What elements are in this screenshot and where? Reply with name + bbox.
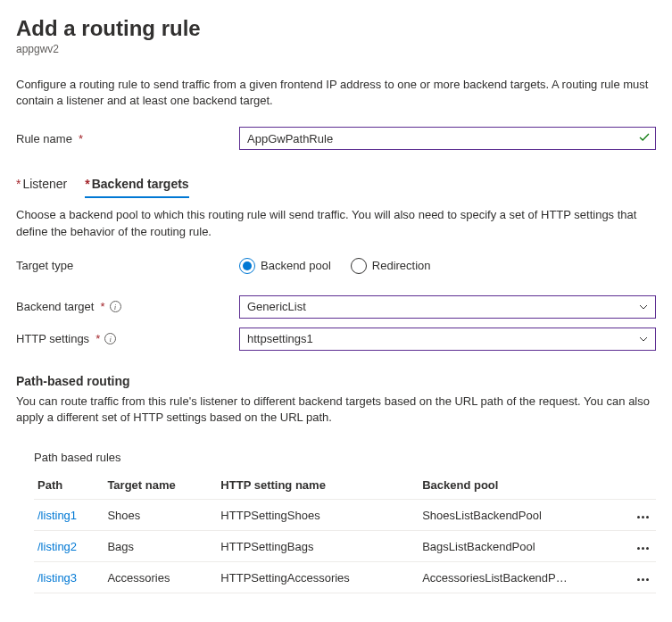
backend-target-label: Backend target [16, 300, 94, 313]
required-asterisk: * [16, 177, 21, 191]
radio-label: Backend pool [261, 259, 331, 272]
select-value: httpsettings1 [247, 332, 313, 345]
required-asterisk: * [95, 332, 100, 345]
cell-http-setting: HTTPSettingBags [217, 531, 419, 562]
tab-backend-targets[interactable]: *Backend targets [85, 171, 188, 198]
cell-backend-pool: BagsListBackendPool [419, 531, 620, 562]
radio-label: Redirection [372, 259, 431, 272]
rule-name-label: Rule name [16, 132, 72, 145]
col-http-setting-name[interactable]: HTTP setting name [217, 471, 419, 500]
info-icon[interactable]: i [104, 333, 116, 344]
col-actions [620, 471, 656, 500]
target-type-radio-group: Backend pool Redirection [239, 258, 656, 274]
radio-circle-icon [239, 258, 255, 274]
required-asterisk: * [79, 132, 83, 145]
cell-target-name: Bags [104, 531, 217, 562]
more-actions-button[interactable] [634, 543, 652, 553]
cell-backend-pool: AccessoriesListBackendP… [419, 562, 620, 593]
table-row: /listing2 Bags HTTPSettingBags BagsListB… [34, 531, 656, 562]
radio-circle-icon [351, 258, 367, 274]
select-value: GenericList [247, 300, 306, 313]
table-row: /listing3 Accessories HTTPSettingAccesso… [34, 562, 656, 593]
http-settings-label: HTTP settings [16, 332, 89, 345]
backend-description: Choose a backend pool to which this rout… [16, 207, 656, 239]
required-asterisk: * [85, 177, 89, 191]
http-settings-select[interactable]: httpsettings1 [239, 328, 656, 351]
tab-label: Backend targets [92, 177, 189, 191]
radio-redirection[interactable]: Redirection [351, 258, 431, 274]
tab-label: Listener [22, 177, 67, 191]
path-routing-description: You can route traffic from this rule's l… [16, 394, 656, 426]
path-rules-table: Path Target name HTTP setting name Backe… [34, 471, 656, 593]
more-actions-button[interactable] [634, 575, 652, 585]
path-link[interactable]: /listing1 [37, 509, 77, 522]
chevron-down-icon [639, 335, 648, 344]
path-rules-title: Path based rules [34, 451, 656, 464]
col-target-name[interactable]: Target name [104, 471, 217, 500]
cell-target-name: Shoes [104, 500, 217, 531]
backend-target-select[interactable]: GenericList [239, 295, 656, 319]
table-row: /listing1 Shoes HTTPSettingShoes ShoesLi… [34, 500, 656, 531]
path-routing-heading: Path-based routing [16, 374, 656, 388]
more-actions-button[interactable] [634, 512, 652, 522]
chevron-down-icon [639, 303, 648, 311]
path-link[interactable]: /listing3 [37, 571, 77, 585]
tab-listener[interactable]: *Listener [16, 171, 67, 198]
cell-http-setting: HTTPSettingAccessories [217, 562, 419, 593]
radio-backend-pool[interactable]: Backend pool [239, 258, 331, 274]
cell-backend-pool: ShoesListBackendPool [419, 500, 620, 531]
col-backend-pool[interactable]: Backend pool [419, 471, 620, 500]
cell-http-setting: HTTPSettingShoes [217, 500, 419, 531]
check-icon [638, 131, 651, 146]
path-link[interactable]: /listing2 [37, 540, 77, 553]
required-asterisk: * [100, 300, 104, 313]
target-type-label: Target type [16, 259, 73, 272]
cell-target-name: Accessories [104, 562, 217, 593]
tab-bar: *Listener *Backend targets [16, 171, 656, 198]
page-subtitle: appgwv2 [16, 43, 656, 55]
col-path[interactable]: Path [34, 471, 104, 500]
page-title: Add a routing rule [16, 16, 656, 41]
info-icon[interactable]: i [110, 301, 121, 312]
page-description: Configure a routing rule to send traffic… [16, 77, 656, 109]
rule-name-input[interactable] [239, 127, 656, 150]
